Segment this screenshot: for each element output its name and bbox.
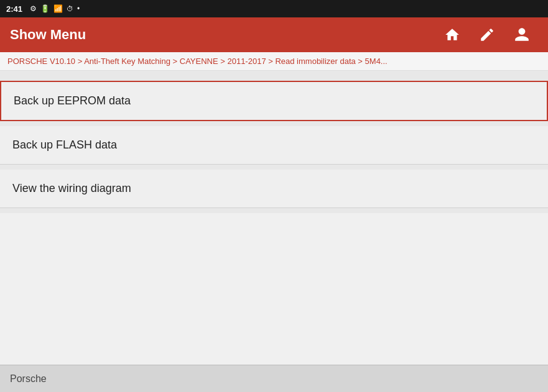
footer: Porsche bbox=[0, 365, 548, 392]
separator-1 bbox=[0, 121, 548, 126]
separator-2 bbox=[0, 165, 548, 170]
status-bar: 2:41 ⚙ 🔋 📶 ⏱ • bbox=[0, 0, 548, 17]
menu-item-eeprom[interactable]: Back up EEPROM data bbox=[0, 81, 548, 121]
settings-status-icon: ⚙ bbox=[30, 4, 37, 13]
header-title: Show Menu bbox=[10, 27, 436, 43]
status-icons: ⚙ 🔋 📶 ⏱ • bbox=[30, 4, 80, 13]
clock-status-icon: ⏱ bbox=[67, 5, 73, 12]
status-time: 2:41 bbox=[6, 4, 22, 14]
header: Show Menu bbox=[0, 17, 548, 52]
home-button[interactable] bbox=[436, 17, 468, 52]
breadcrumb: PORSCHE V10.10 > Anti-Theft Key Matching… bbox=[0, 52, 548, 71]
content-area: Back up EEPROM data Back up FLASH data V… bbox=[0, 71, 548, 213]
menu-item-flash[interactable]: Back up FLASH data bbox=[0, 126, 548, 165]
home-icon bbox=[444, 27, 460, 43]
person-icon bbox=[514, 27, 530, 43]
menu-item-wiring-label: View the wiring diagram bbox=[12, 182, 131, 195]
footer-text: Porsche bbox=[10, 373, 47, 385]
separator-3 bbox=[0, 208, 548, 213]
battery-status-icon: 🔋 bbox=[40, 4, 50, 13]
dot-status-icon: • bbox=[77, 4, 80, 13]
menu-item-flash-label: Back up FLASH data bbox=[12, 139, 117, 152]
header-icons bbox=[436, 17, 538, 52]
breadcrumb-text: PORSCHE V10.10 > Anti-Theft Key Matching… bbox=[7, 57, 388, 66]
edit-icon bbox=[479, 27, 495, 43]
person-button[interactable] bbox=[506, 17, 538, 52]
menu-item-eeprom-label: Back up EEPROM data bbox=[14, 94, 131, 107]
signal-status-icon: 📶 bbox=[53, 4, 63, 13]
menu-item-wiring[interactable]: View the wiring diagram bbox=[0, 170, 548, 208]
edit-button[interactable] bbox=[471, 17, 503, 52]
